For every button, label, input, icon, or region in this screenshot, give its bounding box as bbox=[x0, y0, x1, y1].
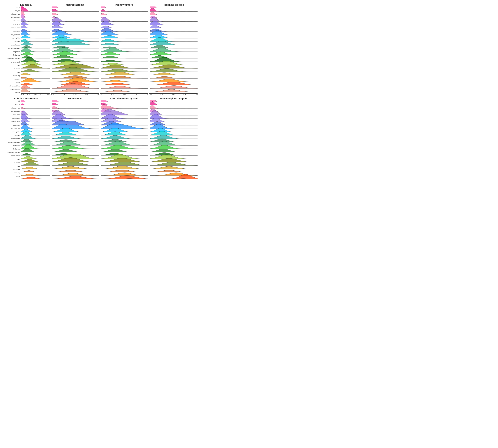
ridge-outline-non_hodgkins-mitoxantrone bbox=[150, 105, 198, 109]
ridge-fill-bone-mitoxantrone bbox=[52, 106, 99, 109]
ridge-fill-soft_tissue-nitrogen_mustard bbox=[21, 139, 50, 142]
ridge-fill-kidney-ifosfamide bbox=[101, 52, 149, 55]
ridge-fill-neuroblastoma-cyclophosphamide bbox=[52, 55, 99, 58]
y-label-carboplatin: carboplatin bbox=[13, 37, 20, 39]
ridges-svg-leukemia bbox=[21, 6, 50, 94]
ridge-fill-kidney-ccnu bbox=[101, 63, 149, 65]
x-axis-labels-leukemia: 0.000.250.500.751.00 bbox=[2, 94, 50, 96]
ridge-fill-neuroblastoma-mitoxantrone bbox=[52, 13, 99, 15]
ridge-outline-hodgkins-vm_26 bbox=[150, 8, 198, 12]
ridge-fill-hodgkins-nitrogen_mustard bbox=[150, 45, 198, 48]
ridge-outline-cns-vm_26 bbox=[101, 103, 149, 105]
ridge-fill-kidney-abdmaxrtdose bbox=[101, 86, 149, 88]
ridge-fill-bone-melphalan bbox=[52, 142, 99, 145]
ridge-fill-soft_tissue-busulfan bbox=[21, 159, 50, 162]
panel-title-kidney: Kidney tumors bbox=[100, 3, 149, 6]
ridge-fill-leukemia-tbidose bbox=[21, 88, 50, 92]
ridgeline-area-leukemia bbox=[21, 6, 50, 94]
x-axis-bottom-leukemia: 0.000.250.500.751.00 bbox=[2, 94, 50, 96]
y-label-cyclophosphamide: cyclophosphamide bbox=[7, 151, 20, 153]
ridge-fill-soft_tissue-vp_16 bbox=[21, 100, 50, 102]
ridge-outline-kidney-vp_16 bbox=[101, 6, 149, 8]
ridge-fill-soft_tissue-pitdose bbox=[21, 174, 50, 176]
ridge-fill-leukemia-cyclophosphamide bbox=[21, 55, 50, 58]
y-label-doxorubicin: doxorubicin bbox=[12, 24, 20, 25]
panel-title-leukemia: Leukemia bbox=[2, 3, 50, 6]
x-tick-leukemia-0.75: 0.75 bbox=[40, 94, 44, 96]
panel-leukemia: Leukemiavp_16vm_26mitoxantronemethotrexa… bbox=[2, 3, 50, 96]
y-label-pelvismaxrtdose: pelvismaxrtdose bbox=[9, 85, 20, 87]
x-tick-kidney-0.00: 0.00 bbox=[100, 94, 103, 96]
ridge-fill-bone-ifosfamide bbox=[52, 145, 99, 149]
ridge-fill-cns-cyclophosphamide bbox=[101, 149, 149, 152]
ridgeline-area-kidney bbox=[101, 6, 149, 94]
x-tick-hodgkins-0.50: 0.50 bbox=[172, 94, 175, 96]
y-label-methotrexate: methotrexate bbox=[11, 111, 20, 112]
ridge-fill-cns-pitdose bbox=[101, 173, 149, 176]
ridge-outline-leukemia-vp_16 bbox=[21, 6, 50, 8]
ridge-fill-cns-idarubicin bbox=[101, 109, 149, 115]
y-label-procarbazine: procarbazine bbox=[11, 138, 20, 140]
x-tick-neuroblastoma-0.75: 0.75 bbox=[85, 94, 88, 96]
y-label-bleomycin: bleomycin bbox=[13, 124, 20, 126]
x-tick-kidney-1.00: 1.00 bbox=[145, 94, 149, 96]
y-label-vm_26: vm_26 bbox=[15, 104, 20, 105]
ridges-svg-hodgkins bbox=[150, 6, 198, 94]
y-label-busulfan: busulfan bbox=[14, 68, 20, 70]
y-label-ifosfamide: ifosfamide bbox=[13, 54, 20, 56]
ridge-fill-hodgkins-maxovary bbox=[150, 73, 198, 75]
ridge-fill-non_hodgkins-doxorubicin bbox=[150, 114, 198, 119]
ridge-fill-hodgkins-methotrexate bbox=[150, 16, 198, 18]
ridge-fill-hodgkins-melphalan bbox=[150, 48, 198, 52]
y-label-pitdose: pitdose bbox=[15, 82, 20, 83]
ridge-fill-soft_tissue-idarubicin bbox=[21, 111, 50, 115]
ridge-fill-soft_tissue-daunorubicin bbox=[21, 118, 50, 122]
x-tick-hodgkins-1.00: 1.00 bbox=[195, 94, 198, 96]
ridge-fill-non_hodgkins-nitrogen_mustard bbox=[150, 139, 198, 142]
ridge-fill-kidney-tbidose bbox=[101, 90, 149, 92]
ridge-fill-bone-bcnu bbox=[52, 162, 99, 166]
ridge-fill-kidney-cis_platinum bbox=[101, 31, 149, 35]
ridge-fill-non_hodgkins-cyclophosphamide bbox=[150, 149, 198, 152]
ridge-fill-kidney-pelvismaxrtdose bbox=[101, 83, 149, 85]
ridge-fill-neuroblastoma-methotrexate bbox=[52, 16, 99, 18]
ridge-fill-leukemia-pelvismaxrtdose bbox=[21, 83, 50, 85]
ridge-fill-kidney-vm_26 bbox=[101, 9, 149, 12]
x-tick-hodgkins-0.75: 0.75 bbox=[183, 94, 186, 96]
y-label-doxorubicin: doxorubicin bbox=[12, 117, 20, 119]
y-label-minovary: minovary bbox=[14, 78, 20, 80]
ridge-fill-neuroblastoma-carboplatin bbox=[52, 35, 99, 38]
ridge-fill-leukemia-daunorubicin bbox=[21, 25, 50, 28]
ridge-fill-bone-minovary bbox=[52, 170, 99, 172]
y-label-ccnu: ccnu bbox=[17, 159, 20, 160]
ridge-fill-leukemia-ifosfamide bbox=[21, 52, 50, 55]
y-label-daunorubicin: daunorubicin bbox=[11, 121, 20, 122]
ridge-fill-kidney-carboplatin bbox=[101, 35, 149, 38]
ridge-fill-neuroblastoma-idarubicin bbox=[52, 17, 99, 22]
x-axis-bottom-kidney: 0.000.250.500.751.00 bbox=[100, 94, 149, 96]
panel-hodgkins: Hodgkins disease0.000.250.500.751.00 bbox=[149, 3, 198, 96]
y-label-pelvismaxrtdose: pelvismaxrtdose bbox=[9, 179, 20, 179]
ridge-fill-neuroblastoma-vp_16 bbox=[52, 6, 99, 8]
panel-title-bone: Bone cancer bbox=[51, 97, 99, 100]
ridge-fill-non_hodgkins-vp_16 bbox=[150, 100, 198, 102]
ridge-fill-kidney-nitrogen_mustard bbox=[101, 47, 149, 48]
ridge-fill-hodgkins-daunorubicin bbox=[150, 25, 198, 28]
ridge-fill-leukemia-vp_16 bbox=[21, 6, 50, 8]
ridge-outline-neuroblastoma-mitoxantrone bbox=[52, 13, 99, 15]
ridge-fill-kidney-busulfan bbox=[101, 64, 149, 68]
y-labels-leukemia: vp_16vm_26mitoxantronemethotrexateidarub… bbox=[2, 6, 21, 94]
ridge-fill-non_hodgkins-chlorambucil bbox=[150, 153, 198, 156]
ridge-fill-leukemia-cis_platinum bbox=[21, 31, 50, 35]
ridge-fill-kidney-vp_16 bbox=[101, 6, 149, 8]
ridge-fill-hodgkins-thiotepa bbox=[150, 37, 198, 42]
ridge-fill-bone-maxovary bbox=[52, 166, 99, 169]
ridge-fill-hodgkins-ifosfamide bbox=[150, 52, 198, 55]
ridge-outline-soft_tissue-vm_26 bbox=[21, 104, 50, 105]
panel-neuroblastoma: Neuroblastoma0.000.250.500.751.00 bbox=[51, 3, 99, 96]
ridge-fill-leukemia-procarbazine bbox=[21, 42, 50, 45]
ridge-fill-cns-procarbazine bbox=[101, 135, 149, 139]
ridge-fill-bone-nitrogen_mustard bbox=[52, 140, 99, 142]
y-label-bcnu: bcnu bbox=[17, 165, 20, 167]
y-label-ccnu: ccnu bbox=[17, 64, 20, 66]
